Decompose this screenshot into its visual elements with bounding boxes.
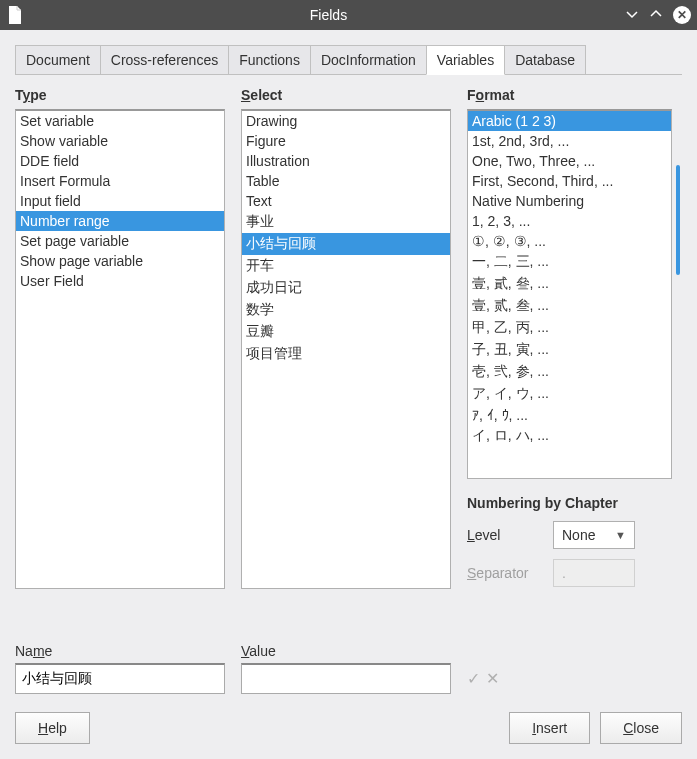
list-item[interactable]: First, Second, Third, ... — [468, 171, 671, 191]
numbering-section: Numbering by Chapter Level None ▼ Separa… — [467, 495, 682, 597]
list-item[interactable]: ア, イ, ウ, ... — [468, 383, 671, 405]
level-select[interactable]: None ▼ — [553, 521, 635, 549]
window-controls: ✕ — [625, 6, 691, 24]
dialog-body: DocumentCross-referencesFunctionsDocInfo… — [0, 30, 697, 759]
titlebar: Fields ✕ — [0, 0, 697, 30]
column-select: Select DrawingFigureIllustrationTableTex… — [241, 87, 451, 631]
value-label: Value — [241, 643, 451, 659]
list-item[interactable]: 事业 — [242, 211, 450, 233]
level-row: Level None ▼ — [467, 521, 682, 549]
list-item[interactable]: Illustration — [242, 151, 450, 171]
numbering-title: Numbering by Chapter — [467, 495, 682, 511]
list-item[interactable]: 豆瓣 — [242, 321, 450, 343]
name-label: Name — [15, 643, 225, 659]
list-item[interactable]: Drawing — [242, 111, 450, 131]
list-item[interactable]: 数学 — [242, 299, 450, 321]
maximize-icon[interactable] — [649, 7, 663, 24]
separator-input: . — [553, 559, 635, 587]
list-item[interactable]: Table — [242, 171, 450, 191]
list-item[interactable]: Native Numbering — [468, 191, 671, 211]
chevron-down-icon: ▼ — [615, 529, 626, 541]
list-item[interactable]: 项目管理 — [242, 343, 450, 365]
check-icon: ✓ — [467, 669, 480, 688]
value-input[interactable] — [241, 663, 451, 694]
tab-cross-references[interactable]: Cross-references — [100, 45, 229, 74]
list-item[interactable]: Text — [242, 191, 450, 211]
list-item[interactable]: Number range — [16, 211, 224, 231]
window-title: Fields — [32, 7, 625, 23]
header-select: Select — [241, 87, 451, 103]
tab-variables[interactable]: Variables — [426, 45, 505, 75]
header-type: Type — [15, 87, 225, 103]
list-item[interactable]: 开车 — [242, 255, 450, 277]
list-item[interactable]: イ, ロ, ハ, ... — [468, 425, 671, 447]
list-item[interactable]: 成功日记 — [242, 277, 450, 299]
value-field-col: Value — [241, 643, 451, 694]
tab-functions[interactable]: Functions — [228, 45, 311, 74]
list-item[interactable]: 壱, 弐, 参, ... — [468, 361, 671, 383]
separator-label: Separator — [467, 565, 553, 581]
list-item[interactable]: DDE field — [16, 151, 224, 171]
list-item[interactable]: Set page variable — [16, 231, 224, 251]
header-format: Format — [467, 87, 682, 103]
list-item[interactable]: One, Two, Three, ... — [468, 151, 671, 171]
bottom-fields: Name Value ✓ ✕ — [15, 643, 682, 694]
document-icon — [6, 5, 24, 25]
format-listbox[interactable]: Arabic (1 2 3)1st, 2nd, 3rd, ...One, Two… — [467, 109, 672, 479]
list-item[interactable]: Insert Formula — [16, 171, 224, 191]
level-label: Level — [467, 527, 553, 543]
column-format: Format Arabic (1 2 3)1st, 2nd, 3rd, ...O… — [467, 87, 682, 631]
list-item[interactable]: Figure — [242, 131, 450, 151]
columns: Type Set variableShow variableDDE fieldI… — [15, 87, 682, 631]
tab-docinformation[interactable]: DocInformation — [310, 45, 427, 74]
list-item[interactable]: Show variable — [16, 131, 224, 151]
button-bar: Help Insert Close — [15, 712, 682, 744]
tab-document[interactable]: Document — [15, 45, 101, 74]
column-type: Type Set variableShow variableDDE fieldI… — [15, 87, 225, 631]
close-icon[interactable]: ✕ — [673, 6, 691, 24]
x-icon: ✕ — [486, 669, 499, 688]
name-field-col: Name — [15, 643, 225, 694]
list-item[interactable]: 小结与回顾 — [242, 233, 450, 255]
list-item[interactable]: 1, 2, 3, ... — [468, 211, 671, 231]
list-item[interactable]: 壹, 贰, 叁, ... — [468, 295, 671, 317]
list-item[interactable]: 子, 丑, 寅, ... — [468, 339, 671, 361]
separator-row: Separator . — [467, 559, 682, 587]
list-item[interactable]: User Field — [16, 271, 224, 291]
list-item[interactable]: ①, ②, ③, ... — [468, 231, 671, 251]
minimize-icon[interactable] — [625, 7, 639, 24]
list-item[interactable]: Set variable — [16, 111, 224, 131]
insert-button[interactable]: Insert — [509, 712, 590, 744]
list-item[interactable]: Arabic (1 2 3) — [468, 111, 671, 131]
help-button[interactable]: Help — [15, 712, 90, 744]
select-listbox[interactable]: DrawingFigureIllustrationTableText事业小结与回… — [241, 109, 451, 589]
list-item[interactable]: ｱ, ｲ, ｳ, ... — [468, 405, 671, 425]
list-item[interactable]: 壹, 貳, 叄, ... — [468, 273, 671, 295]
list-item[interactable]: Show page variable — [16, 251, 224, 271]
close-button[interactable]: Close — [600, 712, 682, 744]
list-item[interactable]: 一, 二, 三, ... — [468, 251, 671, 273]
tab-strip: DocumentCross-referencesFunctionsDocInfo… — [15, 45, 682, 75]
tab-database[interactable]: Database — [504, 45, 586, 74]
list-item[interactable]: 甲, 乙, 丙, ... — [468, 317, 671, 339]
name-input[interactable] — [15, 663, 225, 694]
apply-cancel-icons: ✓ ✕ — [467, 669, 499, 694]
list-item[interactable]: 1st, 2nd, 3rd, ... — [468, 131, 671, 151]
scrollbar-indicator[interactable] — [676, 165, 682, 479]
type-listbox[interactable]: Set variableShow variableDDE fieldInsert… — [15, 109, 225, 589]
list-item[interactable]: Input field — [16, 191, 224, 211]
